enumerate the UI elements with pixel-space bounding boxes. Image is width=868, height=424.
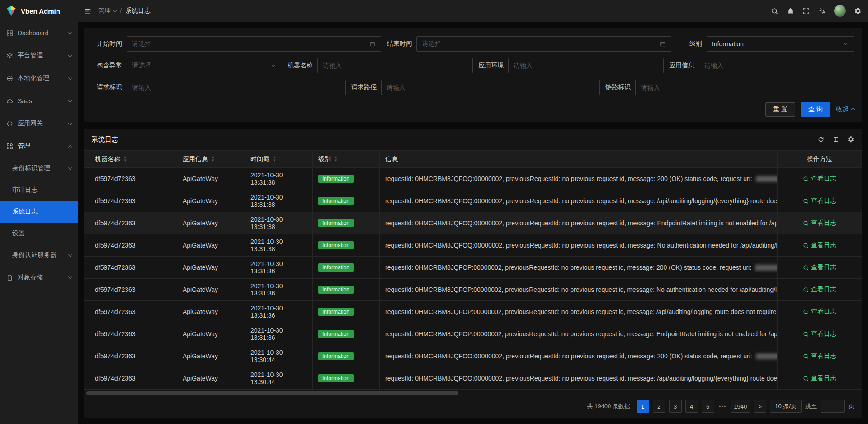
machine-name-input[interactable] — [317, 58, 473, 73]
breadcrumb-parent[interactable]: 管理 — [98, 7, 116, 15]
filter-request-path: 请求路径 — [346, 80, 600, 95]
cell-level: Information — [313, 168, 380, 190]
sidebar-item-label: 设置 — [12, 229, 25, 238]
view-log-link[interactable]: 查看日志 — [803, 308, 836, 316]
level-badge: Information — [318, 286, 354, 294]
view-log-link[interactable]: 查看日志 — [803, 263, 836, 272]
page-button-3[interactable]: 3 — [669, 400, 682, 413]
cell-timestamp: 2021-10-30 13:31:38 — [245, 168, 313, 190]
next-page-button[interactable]: > — [754, 400, 766, 413]
breadcrumb-parent-label: 管理 — [98, 7, 111, 15]
page-button-last[interactable]: 1940 — [731, 400, 750, 413]
trace-id-input[interactable] — [635, 80, 854, 95]
col-header-timestamp[interactable]: 时间戳 ▲▼ — [245, 151, 313, 168]
cell-level: Information — [313, 345, 380, 367]
sidebar-item-localization[interactable]: 本地化管理 — [0, 67, 78, 90]
view-log-link[interactable]: 查看日志 — [803, 330, 836, 338]
sidebar-item-identity-management[interactable]: 身份标识管理 — [0, 157, 78, 179]
table-row: df5974d72363 ApiGateWay 2021-10-30 13:31… — [84, 279, 862, 301]
view-log-link[interactable]: 查看日志 — [803, 175, 836, 183]
sidebar-item-system-log[interactable]: 系统日志 — [0, 201, 78, 223]
menu-fold-icon[interactable] — [84, 7, 92, 15]
sidebar-item-gateway[interactable]: 应用网关 — [0, 112, 78, 135]
sidebar-item-admin[interactable]: 管理 — [0, 135, 78, 157]
search-icon[interactable] — [771, 7, 778, 15]
app-logo[interactable]: Vben Admin — [0, 0, 78, 22]
cell-level: Information — [313, 190, 380, 212]
scrollbar-thumb[interactable] — [86, 391, 458, 395]
page-ellipsis[interactable]: ••• — [718, 403, 727, 410]
row-height-icon[interactable] — [832, 136, 840, 143]
cell-actions: 查看日志 — [778, 301, 862, 323]
translate-icon[interactable] — [818, 7, 826, 15]
sort-icon[interactable]: ▲▼ — [334, 156, 338, 162]
page-suffix-label: 页 — [849, 402, 854, 410]
gear-icon[interactable] — [854, 7, 862, 15]
table-header-bar: 系统日志 — [84, 129, 862, 150]
col-label: 时间戳 — [250, 155, 269, 163]
calendar-icon — [660, 41, 666, 47]
sidebar-item-auth-server[interactable]: 身份认证服务器 — [0, 244, 78, 266]
view-log-link[interactable]: 查看日志 — [803, 241, 836, 249]
app-env-input[interactable] — [508, 58, 664, 73]
cell-actions: 查看日志 — [778, 323, 862, 345]
chevron-down-icon — [113, 9, 117, 12]
sidebar-item-platform[interactable]: 平台管理 — [0, 44, 78, 67]
page-button-4[interactable]: 4 — [685, 400, 698, 413]
cell-timestamp: 2021-10-30 13:31:36 — [245, 257, 313, 279]
page-button-2[interactable]: 2 — [653, 400, 665, 413]
col-label: 级别 — [318, 155, 331, 163]
col-header-actions: 操作方法 — [778, 151, 862, 168]
level-select[interactable]: Information — [707, 36, 854, 52]
cell-message: requestId: 0HMCRBM8JQFOP:00000002, previ… — [380, 301, 778, 323]
breadcrumb: 管理 / 系统日志 — [98, 7, 151, 15]
col-header-app[interactable]: 应用信息 ▲▼ — [177, 151, 245, 168]
col-header-level[interactable]: 级别 ▲▼ — [313, 151, 380, 168]
start-time-picker[interactable]: 请选择 — [127, 36, 381, 52]
appstore-icon — [6, 143, 13, 150]
pagination-total: 共 19400 条数据 — [587, 402, 630, 410]
view-log-link[interactable]: 查看日志 — [803, 286, 836, 294]
cell-level: Information — [313, 279, 380, 301]
sort-icon[interactable]: ▲▼ — [273, 156, 276, 162]
end-time-picker[interactable]: 请选择 — [416, 36, 671, 52]
refresh-icon[interactable] — [817, 136, 825, 143]
view-log-link[interactable]: 查看日志 — [803, 374, 836, 382]
request-path-input[interactable] — [381, 80, 600, 95]
sidebar-item-audit-log[interactable]: 审计日志 — [0, 179, 78, 201]
app-info-input[interactable] — [699, 58, 854, 73]
view-log-link[interactable]: 查看日志 — [803, 197, 836, 205]
layers-icon — [6, 52, 13, 59]
exception-select[interactable]: 请选择 — [127, 58, 282, 73]
avatar[interactable] — [834, 5, 846, 17]
filter-label: 应用信息 — [664, 62, 699, 70]
sidebar-item-settings[interactable]: 设置 — [0, 223, 78, 244]
search-button[interactable]: 查 询 — [801, 102, 830, 117]
cell-machine: df5974d72363 — [84, 168, 177, 190]
sort-icon[interactable]: ▲▼ — [123, 156, 127, 162]
sidebar-item-label: 对象存储 — [18, 273, 43, 281]
sidebar-item-object-storage[interactable]: 对象存储 — [0, 266, 78, 289]
view-log-link[interactable]: 查看日志 — [803, 352, 836, 360]
sidebar-item-dashboard[interactable]: Dashboard — [0, 22, 78, 44]
sidebar-item-saas[interactable]: Saas — [0, 90, 78, 112]
table-row: df5974d72363 ApiGateWay 2021-10-30 13:31… — [84, 323, 862, 345]
page-jump-input[interactable] — [821, 400, 845, 413]
column-settings-icon[interactable] — [847, 136, 854, 143]
page-size-select[interactable]: 10 条/页 — [770, 400, 802, 413]
sort-icon[interactable]: ▲▼ — [211, 156, 215, 162]
cell-machine: df5974d72363 — [84, 279, 177, 301]
filter-label: 请求路径 — [346, 83, 381, 91]
fullscreen-icon[interactable] — [802, 7, 810, 15]
request-id-input[interactable] — [127, 80, 346, 95]
col-header-machine[interactable]: 机器名称 ▲▼ — [84, 151, 177, 168]
magnifier-icon — [803, 331, 809, 337]
magnifier-icon — [803, 265, 809, 271]
page-button-5[interactable]: 5 — [702, 400, 714, 413]
col-label: 操作方法 — [807, 155, 832, 163]
reset-button[interactable]: 重 置 — [765, 102, 795, 117]
page-button-1[interactable]: 1 — [637, 400, 649, 413]
collapse-link[interactable]: 收起 — [836, 105, 854, 114]
view-log-link[interactable]: 查看日志 — [803, 219, 836, 227]
bell-icon[interactable] — [787, 7, 794, 15]
